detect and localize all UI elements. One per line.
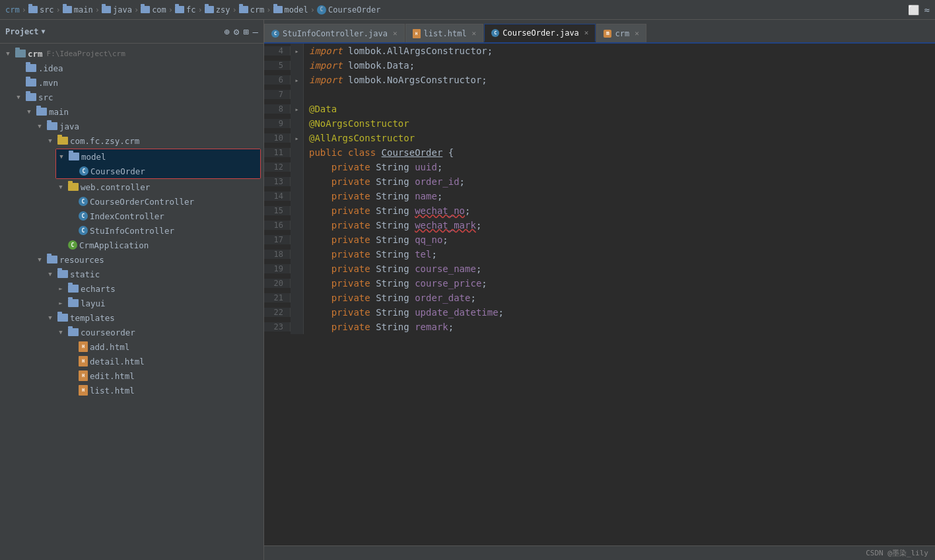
- breadcrumb-src[interactable]: src: [28, 5, 54, 15]
- code-line-21: 21 private String order_date;: [264, 291, 935, 305]
- tree-item-stuinfocontroller[interactable]: C StuInfoController: [0, 223, 263, 238]
- tree-item-idea[interactable]: .idea: [0, 61, 263, 75]
- editor-area: C StuInfoController.java ✕ H list.html ✕…: [264, 20, 935, 560]
- web-controller-label: web.controller: [81, 182, 150, 192]
- courseorder-folder-arrow[interactable]: [55, 329, 66, 335]
- tree-item-package[interactable]: com.fc.zsy.crm: [0, 133, 263, 148]
- line-gutter-10[interactable]: ▸: [291, 131, 304, 145]
- code-editor[interactable]: 4 ▸ import lombok.AllArgsConstructor; 5 …: [264, 44, 935, 545]
- line-content-19: private String course_name;: [304, 262, 481, 276]
- tree-item-list-html[interactable]: H list.html: [0, 383, 263, 398]
- line-num-23: 23: [264, 322, 291, 332]
- sidebar-settings2-icon[interactable]: ⊞: [243, 26, 248, 37]
- title-dropdown-arrow[interactable]: ▼: [42, 28, 46, 35]
- tree-item-add-html[interactable]: H add.html: [0, 339, 263, 354]
- templates-arrow[interactable]: [45, 314, 55, 321]
- indexcontroller-label: IndexController: [90, 211, 164, 221]
- breadcrumb-crm2[interactable]: crm: [239, 5, 265, 15]
- tab-stuinfocontroller-close[interactable]: ✕: [393, 29, 398, 38]
- tree-item-static[interactable]: static: [0, 267, 263, 281]
- model-arrow[interactable]: [56, 153, 67, 160]
- tree-item-templates[interactable]: templates: [0, 310, 263, 325]
- src-arrow[interactable]: [13, 94, 24, 100]
- tree-item-crmapplication[interactable]: C CrmApplication: [0, 238, 263, 252]
- tab-courseorder-label: CourseOrder.java: [502, 28, 579, 38]
- line-gutter-6[interactable]: ▸: [291, 73, 304, 87]
- main-arrow[interactable]: [24, 108, 34, 115]
- line-content-5: import lombok.Data;: [304, 58, 415, 73]
- line-gutter-4[interactable]: ▸: [291, 44, 304, 58]
- line-content-4: import lombok.AllArgsConstructor;: [304, 44, 493, 58]
- echarts-folder-icon: [68, 285, 79, 293]
- tree-item-main[interactable]: main: [0, 104, 263, 119]
- layui-label: layui: [81, 298, 106, 308]
- breadcrumb-main[interactable]: main: [63, 5, 93, 15]
- tree-item-edit-html[interactable]: H edit.html: [0, 368, 263, 383]
- line-gutter-11: [291, 145, 304, 160]
- line-num-4: 4: [264, 46, 291, 55]
- tree-item-model[interactable]: model: [56, 149, 260, 164]
- tab-listhtml-close[interactable]: ✕: [472, 29, 477, 38]
- java-arrow[interactable]: [34, 123, 45, 129]
- tree-item-indexcontroller[interactable]: C IndexController: [0, 209, 263, 223]
- tree-item-web-controller[interactable]: web.controller: [0, 180, 263, 194]
- breadcrumb-zsy[interactable]: zsy: [205, 5, 230, 15]
- breadcrumb-model[interactable]: model: [273, 5, 308, 15]
- restore-icon[interactable]: ⬜: [908, 5, 919, 15]
- crm-folder-icon: [15, 50, 26, 57]
- settings-icon[interactable]: ≈: [924, 5, 930, 15]
- sidebar-globe-icon[interactable]: ⊕: [224, 26, 229, 37]
- crmapplication-icon: C: [68, 240, 77, 250]
- sidebar-gear-icon[interactable]: ⚙: [234, 26, 239, 37]
- tree-item-crm[interactable]: crm F:\IdeaProject\crm: [0, 46, 263, 61]
- crm-arrow[interactable]: [3, 50, 13, 57]
- web-controller-arrow[interactable]: [55, 184, 66, 190]
- line-content-21: private String order_date;: [304, 291, 476, 305]
- resources-arrow[interactable]: [34, 256, 45, 263]
- mvn-label: .mvn: [38, 78, 58, 88]
- echarts-arrow[interactable]: [55, 285, 66, 292]
- tree-item-echarts[interactable]: echarts: [0, 281, 263, 296]
- tree-item-layui[interactable]: layui: [0, 296, 263, 310]
- layui-arrow[interactable]: [55, 300, 66, 306]
- tab-courseorder[interactable]: C CourseOrder.java ✕: [484, 24, 596, 42]
- tab-listhtml[interactable]: H list.html ✕: [405, 24, 484, 42]
- line-num-13: 13: [264, 177, 291, 186]
- line-gutter-17: [291, 232, 304, 247]
- breadcrumb-fc[interactable]: fc: [175, 5, 195, 15]
- breadcrumb-courseorder[interactable]: C CourseOrder: [317, 5, 380, 15]
- line-gutter-7: [291, 87, 304, 102]
- tab-crm-close[interactable]: ✕: [635, 29, 639, 38]
- tab-courseorder-close[interactable]: ✕: [584, 28, 589, 37]
- sidebar-minimize-icon[interactable]: —: [253, 26, 258, 37]
- tree-item-courseordercontroller[interactable]: C CourseOrderController: [0, 194, 263, 209]
- breadcrumb-crm[interactable]: crm: [5, 5, 20, 15]
- static-arrow[interactable]: [45, 271, 55, 277]
- package-arrow[interactable]: [45, 137, 55, 144]
- code-line-11: 11 public class CourseOrder {: [264, 145, 935, 160]
- stuinfocontroller-icon: C: [79, 226, 88, 235]
- tree-item-detail-html[interactable]: H detail.html: [0, 354, 263, 368]
- resources-label: resources: [59, 255, 104, 265]
- line-gutter-8[interactable]: ▸: [291, 102, 304, 116]
- breadcrumb-com[interactable]: com: [141, 5, 166, 15]
- code-line-6: 6 ▸ import lombok.NoArgsConstructor;: [264, 73, 935, 87]
- tree-item-resources[interactable]: resources: [0, 252, 263, 267]
- line-num-10: 10: [264, 133, 291, 143]
- tree-item-mvn[interactable]: .mvn: [0, 75, 263, 90]
- static-label: static: [70, 269, 100, 279]
- breadcrumb-java[interactable]: java: [102, 5, 132, 15]
- line-gutter-5[interactable]: [291, 58, 304, 73]
- sep6: ›: [198, 5, 203, 15]
- tab-crm[interactable]: m crm ✕: [596, 24, 646, 42]
- sidebar-title: Project ▼: [5, 27, 46, 36]
- line-content-11: public class CourseOrder {: [304, 145, 454, 160]
- line-gutter-19: [291, 262, 304, 276]
- line-content-9: @NoArgsConstructor: [304, 116, 409, 131]
- line-content-13: private String order_id;: [304, 174, 465, 189]
- tree-item-courseorder-class[interactable]: C CourseOrder: [56, 164, 260, 178]
- tree-item-courseorder-folder[interactable]: courseorder: [0, 325, 263, 339]
- tree-item-java[interactable]: java: [0, 119, 263, 133]
- tab-stuinfocontroller[interactable]: C StuInfoController.java ✕: [264, 24, 405, 42]
- tree-item-src[interactable]: src: [0, 90, 263, 104]
